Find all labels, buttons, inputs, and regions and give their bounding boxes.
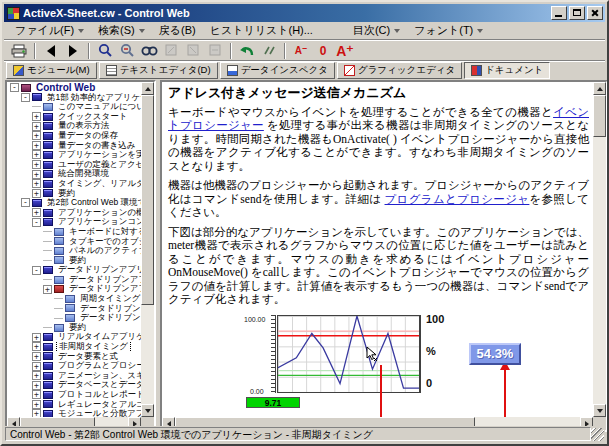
menu-item-4[interactable]: 目次(C) <box>346 21 407 40</box>
tree-item[interactable]: データドリブンアプリケーション <box>7 275 141 285</box>
font-reset-button[interactable]: 0 <box>313 42 333 60</box>
tree-item[interactable]: +プログラムとプロシージャ - OCL <box>7 361 141 371</box>
tree-item[interactable]: -Control Web <box>7 83 141 93</box>
tab-data-inspector[interactable]: データインスペクタ <box>220 62 335 79</box>
tree-item[interactable]: タブキーでのオブジェクト選択 <box>7 237 141 247</box>
tree-toggle-plus[interactable]: + <box>32 381 41 390</box>
tree-toggle-plus[interactable]: + <box>32 122 41 131</box>
tree-toggle-plus[interactable]: + <box>32 131 41 140</box>
tree-toggle-plus[interactable]: + <box>32 352 41 361</box>
close-button[interactable] <box>587 6 603 20</box>
document-vertical-scrollbar[interactable] <box>593 82 606 417</box>
scrollbar-thumb[interactable] <box>141 95 154 305</box>
tree-item[interactable]: +非周期タイミング <box>7 342 141 352</box>
scroll-up-button[interactable] <box>593 82 606 95</box>
scroll-down-button[interactable] <box>593 404 606 417</box>
forward-button[interactable] <box>63 42 83 60</box>
tree-vertical-scrollbar[interactable] <box>141 82 154 417</box>
tree-item[interactable]: -第2部 Control Web 環境でのア <box>7 198 141 208</box>
print-button[interactable] <box>9 42 29 60</box>
tree-item[interactable]: +タイミング、リアルタイムアプリケー <box>7 179 141 189</box>
tree-toggle-plus[interactable]: + <box>32 141 41 150</box>
tree-toggle-plus[interactable]: + <box>32 400 41 409</box>
arrow-down-icon <box>145 409 151 413</box>
back-button[interactable] <box>41 42 61 60</box>
tree-toggle-plus[interactable]: + <box>32 170 41 179</box>
tree-toggle-plus[interactable]: + <box>32 409 41 417</box>
tree-item[interactable]: +レギュレータとアルゴリズム <box>7 400 141 410</box>
minimize-button[interactable] <box>551 6 567 20</box>
tab-text-editor[interactable]: テキストエディタ(D) <box>99 62 218 79</box>
resize-grip[interactable] <box>591 428 604 441</box>
tree-item[interactable]: +データドリブンアプリケーション <box>7 284 141 294</box>
zoom-out-button[interactable] <box>117 42 137 60</box>
menu-item-5[interactable]: フォント(T) <box>407 21 490 40</box>
tree-item[interactable]: +プロトコルとレポート <box>7 390 141 400</box>
zoom-in-button[interactable] <box>95 42 115 60</box>
history-back-button[interactable] <box>237 42 257 60</box>
tree-toggle-plus[interactable]: + <box>32 342 41 351</box>
tree-item[interactable]: -アプリケーションコントロール <box>7 217 141 227</box>
tree-item[interactable]: +要約 <box>7 189 141 199</box>
tree-item[interactable]: 周期タイミング <box>7 294 141 304</box>
tree-item[interactable]: 要約 <box>7 256 141 266</box>
tree-item[interactable]: +ユーザの定義とアクセス権の定義 <box>7 160 141 170</box>
tree-toggle-plus[interactable]: + <box>43 285 52 294</box>
tree-item[interactable]: +量データの書き込み <box>7 141 141 151</box>
tree-toggle-plus[interactable]: + <box>32 362 41 371</box>
tree-toggle-plus[interactable]: + <box>32 371 41 380</box>
tree-toggle-plus[interactable]: + <box>32 150 41 159</box>
programs-procedures-link[interactable]: プログラムとプロシージャ <box>385 193 530 205</box>
find-button[interactable] <box>139 42 159 60</box>
tab-graphics-editor[interactable]: グラフィックエディタ <box>337 62 462 79</box>
tree-item[interactable]: +量データの保存 <box>7 131 141 141</box>
tree-item[interactable]: 要約 <box>7 323 141 333</box>
scroll-up-button[interactable] <box>141 82 154 95</box>
tree-item[interactable]: +アプリケーションを実プロセスにコ <box>7 150 141 160</box>
tree-toggle-plus[interactable]: + <box>32 390 41 399</box>
tree-toggle-minus[interactable]: - <box>10 83 19 92</box>
tree-item[interactable]: +データベースとデータアーカイブ <box>7 380 141 390</box>
tree-toggle-plus[interactable]: + <box>32 112 41 121</box>
tree-toggle-minus[interactable]: - <box>21 93 30 102</box>
tree-item[interactable]: このマニュアルについて <box>7 102 141 112</box>
tree-item[interactable]: +アニメーション、スキーム、シンボリ <box>7 371 141 381</box>
font-smaller-button[interactable]: A⁻ <box>291 42 311 60</box>
tree-item[interactable]: +データ要素と式 <box>7 352 141 362</box>
tree-item[interactable]: パネルのアクティブ矩形 <box>7 246 141 256</box>
tab-document[interactable]: ドキュメント <box>464 62 550 79</box>
menu-item-2[interactable]: 戻る(B) <box>152 21 203 40</box>
tree-item[interactable]: -データドリブンアプリケーションの概 <box>7 265 141 275</box>
scroll-down-button[interactable] <box>141 404 154 417</box>
maximize-button[interactable] <box>569 6 585 20</box>
menu-item-1[interactable]: 検索(S) <box>91 21 152 40</box>
tree-toggle-plus[interactable]: + <box>32 189 41 198</box>
scrollbar-thumb[interactable] <box>593 95 606 137</box>
tree-item[interactable]: +モジュールと分散アプリケーション <box>7 409 141 417</box>
tree-item[interactable]: -第1部 効率的なアプリケーション開 <box>7 93 141 103</box>
tree-toggle-plus[interactable]: + <box>32 160 41 169</box>
mark-button-3[interactable] <box>205 42 225 60</box>
tree-toggle-plus[interactable]: + <box>32 208 41 217</box>
menu-item-3[interactable]: ヒストリリスト(H)... <box>203 21 320 40</box>
tree-item[interactable]: +量の表示方法 <box>7 121 141 131</box>
mark-button-1[interactable] <box>161 42 181 60</box>
tree-item[interactable]: データドリブンアプリケーショ <box>7 304 141 314</box>
title-bar[interactable]: ActiveX-Sheet.cw - Control Web <box>4 4 605 22</box>
tree-toggle-minus[interactable]: - <box>32 218 41 227</box>
tree-item[interactable]: +統合開発環境 <box>7 169 141 179</box>
tree-item[interactable]: +クイックスタート <box>7 112 141 122</box>
font-larger-button[interactable]: A⁺ <box>335 42 355 60</box>
tree-toggle-minus[interactable]: - <box>21 198 30 207</box>
tree-item[interactable]: +アプリケーションの概観 <box>7 208 141 218</box>
tree-toggle-plus[interactable]: + <box>32 333 41 342</box>
tree-toggle-plus[interactable]: + <box>32 179 41 188</box>
tree-item[interactable]: キーボードに対するレスポンス <box>7 227 141 237</box>
annotate-button[interactable] <box>259 42 279 60</box>
tree-item[interactable]: +リアルタイムアプリケーションのタイ <box>7 332 141 342</box>
mark-button-2[interactable] <box>183 42 203 60</box>
tree-toggle-minus[interactable]: - <box>32 266 41 275</box>
tree-item[interactable]: データドリブンアプリケーション <box>7 313 141 323</box>
menu-item-0[interactable]: ファイル(F) <box>8 21 91 40</box>
tab-module[interactable]: モジュール(M) <box>6 62 97 79</box>
